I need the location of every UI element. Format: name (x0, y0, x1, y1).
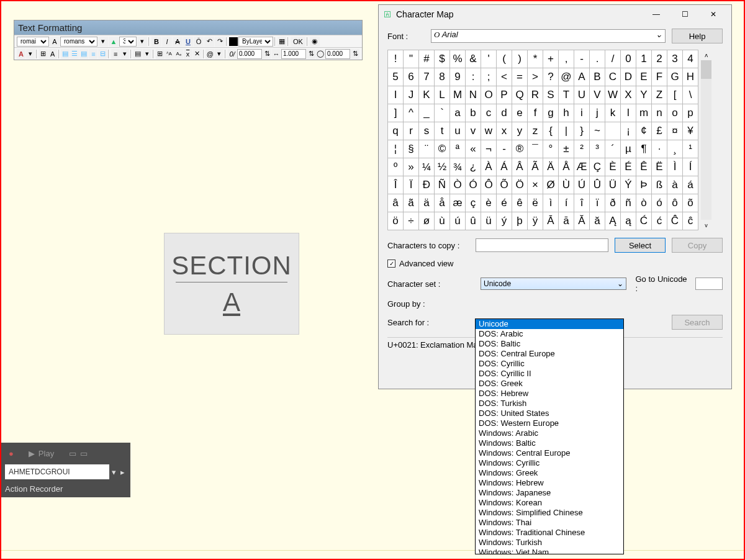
char-cell[interactable]: N (466, 86, 481, 104)
underline-button[interactable]: U (183, 37, 193, 47)
char-cell[interactable]: ) (512, 50, 528, 68)
char-cell[interactable]: Ú (574, 176, 590, 194)
char-cell[interactable]: Þ (636, 176, 652, 194)
char-cell[interactable]: Î (388, 176, 404, 194)
char-cell[interactable]: s (419, 122, 435, 140)
char-cell[interactable]: \ (683, 86, 698, 104)
char-cell[interactable]: , (559, 50, 574, 68)
char-cell[interactable]: f (528, 104, 543, 122)
char-cell[interactable]: ¢ (636, 122, 652, 140)
char-cell[interactable]: ^ (404, 104, 419, 122)
mtext-icon[interactable]: A (48, 49, 57, 59)
char-cell[interactable]: @ (559, 68, 574, 86)
char-cell[interactable]: ā (559, 212, 574, 230)
char-cell[interactable]: ò (636, 194, 652, 212)
close-button[interactable]: ✕ (699, 6, 728, 23)
char-cell[interactable]: Ë (652, 158, 667, 176)
char-cell[interactable]: 6 (404, 68, 419, 86)
char-cell[interactable]: ¯ (528, 140, 543, 158)
char-cell[interactable]: z (528, 122, 543, 140)
align-left-button[interactable]: ▤ (61, 49, 70, 59)
numbering-dd-icon[interactable]: ▾ (143, 49, 151, 59)
char-cell[interactable]: ¿ (466, 158, 481, 176)
char-cell[interactable]: p (683, 104, 698, 122)
char-cell[interactable]: ü (481, 212, 497, 230)
char-cell[interactable]: ¸ (667, 140, 683, 158)
symbol-dd-icon[interactable]: ▾ (215, 49, 224, 59)
char-cell[interactable]: ø (419, 212, 435, 230)
scrollbar-down-icon[interactable]: v (701, 220, 711, 230)
char-cell[interactable]: [ (667, 86, 683, 104)
help-button[interactable]: Help (672, 29, 723, 43)
charmap-scrollbar[interactable]: ʌ v (701, 50, 711, 230)
align-dist-button[interactable]: ⊟ (98, 49, 107, 59)
char-cell[interactable]: B (590, 68, 605, 86)
char-cell[interactable]: ( (497, 50, 512, 68)
redo-button[interactable]: ↷ (215, 37, 225, 47)
char-cell[interactable]: 1 (636, 50, 652, 68)
tracking-stepper-icon[interactable]: ⇅ (307, 49, 315, 59)
char-cell[interactable]: v (466, 122, 481, 140)
char-cell[interactable]: ; (481, 68, 497, 86)
char-cell[interactable]: X (621, 86, 636, 104)
dropdown-item[interactable]: Windows: Simplified Chinese (476, 508, 623, 518)
char-cell[interactable]: * (528, 50, 543, 68)
char-cell[interactable]: Í (683, 158, 698, 176)
lowercase-button[interactable]: Aₐ (174, 49, 183, 59)
dropdown-item[interactable]: DOS: Hebrew (476, 389, 623, 399)
char-cell[interactable]: Ø (543, 176, 559, 194)
char-cell[interactable]: Ã (528, 158, 543, 176)
char-cell[interactable]: ó (652, 194, 667, 212)
action-dd-icon[interactable]: ▾ (112, 467, 118, 477)
char-cell[interactable]: ă (590, 212, 605, 230)
char-cell[interactable]: © (435, 140, 450, 158)
char-cell[interactable]: ĉ (683, 212, 698, 230)
ok-button[interactable]: OK (291, 37, 305, 47)
dropdown-item[interactable]: Unicode (476, 319, 623, 329)
char-cell[interactable]: À (481, 158, 497, 176)
columns-button[interactable]: ⊞ (39, 49, 48, 59)
char-cell[interactable]: ² (574, 140, 590, 158)
char-cell[interactable]: ± (559, 140, 574, 158)
charset-select[interactable]: Unicode⌄ (481, 278, 626, 290)
char-cell[interactable]: í (559, 194, 574, 212)
char-cell[interactable]: V (590, 86, 605, 104)
char-cell[interactable]: H (683, 68, 698, 86)
char-cell[interactable]: Ý (621, 176, 636, 194)
char-cell[interactable]: h (559, 104, 574, 122)
char-cell[interactable]: ą (621, 212, 636, 230)
char-cell[interactable]: o (667, 104, 683, 122)
minimize-button[interactable]: — (642, 6, 670, 23)
char-cell[interactable]: j (590, 104, 605, 122)
char-cell[interactable]: I (388, 86, 404, 104)
char-cell[interactable]: ® (512, 140, 528, 158)
dropdown-item[interactable]: Windows: Thai (476, 518, 623, 528)
numbering-button[interactable]: ▤ (133, 49, 142, 59)
char-cell[interactable]: ý (497, 212, 512, 230)
char-cell[interactable]: ~ (590, 122, 605, 140)
char-cell[interactable]: Ñ (435, 176, 450, 194)
char-cell[interactable]: ï (590, 194, 605, 212)
char-cell[interactable]: Ð (419, 176, 435, 194)
char-cell[interactable]: ¡ (621, 122, 636, 140)
dropdown-item[interactable]: DOS: Cyrillic II (476, 369, 623, 379)
char-cell[interactable]: ñ (621, 194, 636, 212)
char-cell[interactable]: Ì (667, 158, 683, 176)
ruler-button[interactable]: ▦ (278, 37, 286, 47)
size-down-icon[interactable]: ▾ (137, 37, 147, 47)
char-cell[interactable]: n (652, 104, 667, 122)
linespacing-dd-icon[interactable]: ▾ (120, 49, 129, 59)
char-cell[interactable]: ' (481, 50, 497, 68)
dropdown-item[interactable]: Windows: Arabic (476, 428, 623, 438)
uppercase-button[interactable]: ᴬA (165, 49, 174, 59)
char-cell[interactable]: ð (605, 194, 621, 212)
char-cell[interactable]: t (435, 122, 450, 140)
char-cell[interactable]: Ó (466, 176, 481, 194)
char-cell[interactable]: Ù (559, 176, 574, 194)
char-cell[interactable]: a (450, 104, 466, 122)
char-cell[interactable]: b (466, 104, 481, 122)
dropdown-item[interactable]: DOS: United States (476, 409, 623, 418)
dropdown-item[interactable]: Windows: Greek (476, 468, 623, 478)
char-cell[interactable]: w (481, 122, 497, 140)
char-cell[interactable]: Ü (605, 176, 621, 194)
